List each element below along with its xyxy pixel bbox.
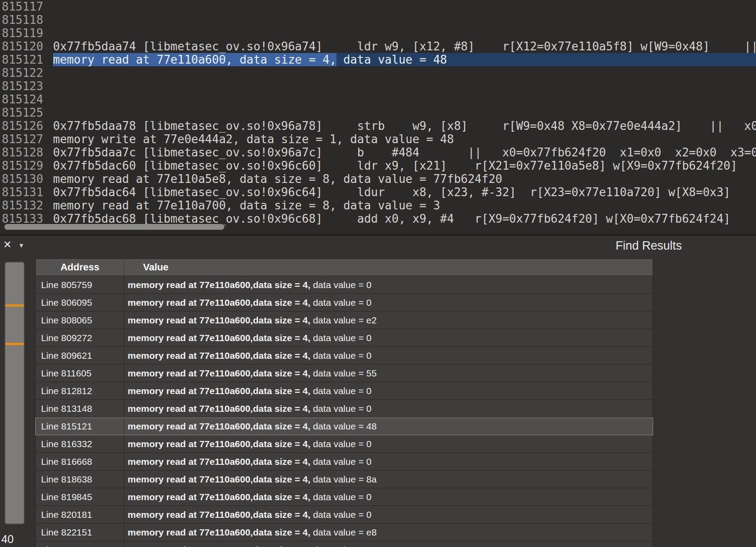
table-row[interactable]: Line 820181 memory read at 77e110a600,da…	[35, 506, 653, 524]
value-cell: memory read at 77e110a600,data size = 4,…	[124, 294, 653, 311]
address-cell: Line 813148	[36, 400, 124, 417]
table-row[interactable]: Line 819845 memory read at 77e110a600,da…	[35, 488, 653, 506]
address-cell: Line 816332	[36, 435, 124, 452]
trace-line[interactable]: 815124	[0, 93, 756, 106]
trace-log-panel: 815117 815118 815119 815120 0x77fb5daa74…	[0, 0, 756, 235]
address-cell: Line 812812	[36, 382, 124, 399]
trace-line-text	[53, 106, 756, 119]
line-number: 815119	[0, 27, 53, 40]
value-cell: memory read at 77e110a600,data size = 4,…	[124, 347, 653, 364]
trace-line-text: 0x77fb5daa7c [libmetasec_ov.so!0x96a7c] …	[53, 146, 756, 159]
trace-line-text: memory read at 77e110a700, data size = 8…	[53, 199, 756, 212]
line-number: 815129	[0, 159, 53, 172]
value-cell: memory read at 77e110a600,data size = 4,…	[124, 506, 653, 523]
table-row[interactable]: Line 806095 memory read at 77e110a600,da…	[35, 294, 653, 311]
value-cell: memory read at 77e110a600,data size = 4,…	[124, 541, 653, 547]
trace-line[interactable]: 815125	[0, 106, 756, 119]
trace-line-text	[53, 13, 756, 27]
address-cell: Line 816668	[36, 453, 124, 470]
trace-line[interactable]: 815118	[0, 13, 756, 27]
table-row[interactable]: Line 816668 memory read at 77e110a600,da…	[35, 453, 653, 471]
trace-line-text: 0x77fb5daa78 [libmetasec_ov.so!0x96a78] …	[53, 119, 756, 133]
close-icon[interactable]: ×	[4, 237, 11, 251]
chevron-down-icon[interactable]: ▾	[19, 241, 23, 250]
address-cell: Line 805759	[36, 276, 124, 293]
table-row[interactable]: Line 809272 memory read at 77e110a600,da…	[35, 329, 653, 347]
trace-line[interactable]: 815126 0x77fb5daa78 [libmetasec_ov.so!0x…	[0, 119, 756, 133]
trace-line-text-rest: data value = 48	[336, 53, 447, 66]
table-row[interactable]: Line 805759 memory read at 77e110a600,da…	[35, 276, 653, 294]
table-row[interactable]: Line 809621 memory read at 77e110a600,da…	[35, 347, 653, 365]
trace-line-text: 0x77fb5dac64 [libmetasec_ov.so!0x96c64] …	[53, 186, 756, 199]
trace-line-highlighted[interactable]: 815121 memory read at 77e110a600, data s…	[0, 53, 756, 66]
table-row[interactable]: Line 808065 memory read at 77e110a600,da…	[35, 311, 653, 329]
value-cell: memory read at 77e110a600,data size = 4,…	[124, 329, 653, 346]
trace-line[interactable]: 815117	[0, 0, 756, 13]
value-cell: memory read at 77e110a600,data size = 4,…	[124, 524, 653, 541]
table-row[interactable]: Line 818638 memory read at 77e110a600,da…	[35, 471, 653, 488]
value-cell: memory read at 77e110a600,data size = 4,…	[124, 435, 653, 452]
trace-line-text	[53, 66, 756, 80]
panel-title: Find Results	[616, 239, 682, 253]
table-row[interactable]: Line 823258 memory read at 77e110a600,da…	[35, 541, 653, 547]
address-cell: Line 819845	[36, 488, 124, 505]
trace-line[interactable]: 815123	[0, 80, 756, 93]
table-header-row: Address Value	[35, 258, 653, 276]
table-row[interactable]: Line 811605 memory read at 77e110a600,da…	[35, 365, 653, 382]
address-cell: Line 809621	[36, 347, 124, 364]
trace-line[interactable]: 815120 0x77fb5daa74 [libmetasec_ov.so!0x…	[0, 40, 756, 53]
minimap-match-marker	[5, 343, 24, 345]
trace-line[interactable]: 815119	[0, 27, 756, 40]
column-header-value: Value	[125, 259, 653, 276]
address-cell: Line 811605	[36, 365, 124, 382]
address-cell: Line 822151	[36, 524, 124, 541]
line-number: 815121	[0, 53, 53, 66]
address-cell: Line 806095	[36, 294, 124, 311]
value-cell: memory read at 77e110a600,data size = 4,…	[124, 276, 653, 293]
horizontal-scrollbar-thumb[interactable]	[4, 224, 224, 230]
trace-line[interactable]: 815131 0x77fb5dac64 [libmetasec_ov.so!0x…	[0, 186, 756, 199]
selected-text: memory read at 77e110a600, data size = 4…	[53, 53, 336, 66]
line-number: 815128	[0, 146, 53, 159]
address-cell: Line 808065	[36, 311, 124, 329]
line-number: 815131	[0, 186, 53, 199]
value-cell: memory read at 77e110a600,data size = 4,…	[124, 382, 653, 399]
line-number: 815127	[0, 133, 53, 146]
line-number: 815125	[0, 106, 53, 119]
trace-line[interactable]: 815130 memory read at 77e110a5e8, data s…	[0, 172, 756, 186]
line-number: 815132	[0, 199, 53, 212]
line-number: 815126	[0, 119, 53, 133]
trace-line[interactable]: 815127 memory write at 77e0e444a2, data …	[0, 133, 756, 146]
table-row[interactable]: Line 812812 memory read at 77e110a600,da…	[35, 382, 653, 400]
table-row[interactable]: Line 813148 memory read at 77e110a600,da…	[35, 400, 653, 418]
trace-line[interactable]: 815122	[0, 66, 756, 80]
trace-line-text	[53, 93, 756, 106]
address-cell: Line 818638	[36, 471, 124, 488]
find-results-table: Address Value Line 805759 memory read at…	[35, 258, 653, 547]
line-number: 815123	[0, 80, 53, 93]
value-cell: memory read at 77e110a600,data size = 4,…	[124, 311, 653, 329]
line-number: 815130	[0, 172, 53, 186]
address-cell: Line 820181	[36, 506, 124, 523]
minimap-scrollbar[interactable]	[4, 262, 25, 524]
table-row[interactable]: Line 816332 memory read at 77e110a600,da…	[35, 435, 653, 453]
horizontal-scrollbar[interactable]	[0, 223, 756, 231]
trace-viewer-screen: 815117 815118 815119 815120 0x77fb5daa74…	[0, 0, 756, 547]
table-row-selected[interactable]: Line 815121 memory read at 77e110a600,da…	[35, 418, 653, 435]
find-results-header-bar: × ▾ Find Results	[0, 236, 756, 258]
trace-line-text: 0x77fb5dac60 [libmetasec_ov.so!0x96c60] …	[53, 159, 756, 172]
minimap-match-marker	[5, 304, 24, 307]
column-header-address: Address	[36, 259, 125, 276]
status-line-number: 40	[1, 533, 14, 546]
find-results-panel: × ▾ Find Results Address Value Line 8057…	[0, 235, 756, 547]
trace-line-text: memory read at 77e110a5e8, data size = 8…	[53, 172, 756, 186]
trace-line[interactable]: 815129 0x77fb5dac60 [libmetasec_ov.so!0x…	[0, 159, 756, 172]
line-number: 815122	[0, 66, 53, 80]
trace-line[interactable]: 815132 memory read at 77e110a700, data s…	[0, 199, 756, 212]
trace-line[interactable]: 815128 0x77fb5daa7c [libmetasec_ov.so!0x…	[0, 146, 756, 159]
trace-line-text: 0x77fb5daa74 [libmetasec_ov.so!0x96a74] …	[53, 40, 756, 53]
table-row[interactable]: Line 822151 memory read at 77e110a600,da…	[35, 524, 653, 541]
value-cell: memory read at 77e110a600,data size = 4,…	[124, 400, 653, 417]
line-number: 815120	[0, 40, 53, 53]
line-number: 815118	[0, 13, 53, 27]
